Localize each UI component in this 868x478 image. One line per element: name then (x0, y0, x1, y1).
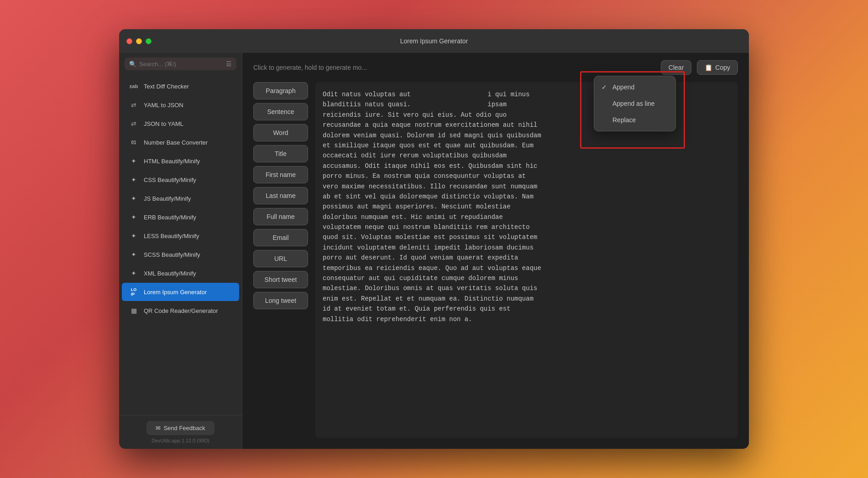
number-base-icon: 01 (128, 137, 139, 148)
type-sentence[interactable]: Sentence (253, 103, 308, 120)
sidebar-item-yaml-json[interactable]: ⇄ YAML to JSON (122, 96, 239, 114)
sidebar-list: ±ab Text Diff Checker ⇄ YAML to JSON ⇄ J… (119, 75, 242, 415)
sidebar-footer: ✉ Send Feedback DevUtils.app 1.12.0 (99D… (119, 415, 242, 449)
sidebar-item-qr-code[interactable]: ▦ QR Code Reader/Generator (122, 301, 239, 320)
sidebar-item-number-base[interactable]: 01 Number Base Converter (122, 133, 239, 151)
dropdown-label: Append as line (612, 100, 655, 107)
clear-button[interactable]: Clear (661, 60, 691, 75)
sidebar-item-less-beautify[interactable]: ✦ LESS Beautify/Minify (122, 227, 239, 245)
email-icon: ✉ (156, 425, 161, 431)
search-wrapper: 🔍 ☰ (125, 57, 236, 70)
type-word[interactable]: Word (253, 124, 308, 141)
html-beautify-icon: ✦ (128, 156, 139, 166)
search-icon: 🔍 (129, 61, 136, 68)
list-icon[interactable]: ☰ (226, 60, 232, 68)
type-paragraph[interactable]: Paragraph (253, 82, 308, 99)
text-diff-icon: ±ab (128, 81, 139, 92)
window-title: Lorem Ipsum Generator (400, 37, 468, 45)
sidebar-label: Lorem Ipsum Generator (144, 289, 207, 296)
sidebar-item-text-diff[interactable]: ±ab Text Diff Checker (122, 77, 239, 95)
dropdown-item-append-line[interactable]: ✓ Append as line (594, 95, 675, 112)
json-yaml-icon: ⇄ (128, 118, 139, 129)
dropdown-item-replace[interactable]: ✓ Replace (594, 112, 675, 128)
sidebar-label: JSON to YAML (144, 120, 183, 127)
type-long-tweet[interactable]: Long tweet (253, 292, 308, 309)
titlebar: Lorem Ipsum Generator (119, 29, 749, 53)
sidebar-item-css-beautify[interactable]: ✦ CSS Beautify/Minify (122, 171, 239, 189)
sidebar-item-xml-beautify[interactable]: ✦ XML Beautify/Minify (122, 264, 239, 282)
check-icon: ✓ (601, 83, 609, 91)
js-beautify-icon: ✦ (128, 193, 139, 204)
version-text: DevUtils.app 1.12.0 (99D) (152, 438, 209, 443)
qr-code-icon: ▦ (128, 305, 139, 316)
type-full-name[interactable]: Full name (253, 208, 308, 225)
dropdown-item-append[interactable]: ✓ Append (594, 79, 675, 95)
type-short-tweet[interactable]: Short tweet (253, 271, 308, 288)
sidebar-label: QR Code Reader/Generator (144, 307, 218, 314)
sidebar-label: CSS Beautify/Minify (144, 177, 196, 183)
sidebar-item-scss-beautify[interactable]: ✦ SCSS Beautify/Minify (122, 245, 239, 264)
scss-beautify-icon: ✦ (128, 249, 139, 260)
content-body: Paragraph Sentence Word Title First name… (242, 82, 749, 449)
search-input[interactable] (139, 61, 220, 68)
sidebar-label: XML Beautify/Minify (144, 270, 196, 277)
lorem-ipsum-icon: LOIP (128, 286, 139, 297)
sidebar-label: Number Base Converter (144, 139, 208, 146)
dropdown-menu: ✓ Append ✓ Append as line ✓ Replace (594, 76, 676, 131)
app-window: Lorem Ipsum Generator 🔍 ☰ ±ab Text Diff … (119, 29, 749, 449)
sidebar: 🔍 ☰ ±ab Text Diff Checker ⇄ YAML to JSON (119, 53, 242, 449)
output-area: Odit natus voluptas aut i qui minus blan… (315, 82, 738, 438)
sidebar-label: LESS Beautify/Minify (144, 233, 199, 239)
sidebar-label: Text Diff Checker (144, 83, 189, 90)
xml-beautify-icon: ✦ (128, 268, 139, 279)
sidebar-item-erb-beautify[interactable]: ✦ ERB Beautify/Minify (122, 208, 239, 226)
maximize-button[interactable] (146, 38, 152, 44)
feedback-label: Send Feedback (163, 425, 205, 431)
type-title[interactable]: Title (253, 145, 308, 162)
type-email[interactable]: Email (253, 229, 308, 246)
copy-icon: 📋 (705, 64, 712, 71)
copy-label: Copy (715, 64, 730, 71)
minimize-button[interactable] (136, 38, 142, 44)
sidebar-label: YAML to JSON (144, 102, 183, 109)
sidebar-label: ERB Beautify/Minify (144, 214, 196, 221)
erb-beautify-icon: ✦ (128, 212, 139, 223)
yaml-json-icon: ⇄ (128, 99, 139, 110)
main-area: 🔍 ☰ ±ab Text Diff Checker ⇄ YAML to JSON (119, 53, 749, 449)
less-beautify-icon: ✦ (128, 230, 139, 241)
feedback-button[interactable]: ✉ Send Feedback (146, 421, 214, 435)
css-beautify-icon: ✦ (128, 174, 139, 185)
content-area: Click to generate, hold to generate mo..… (242, 53, 749, 449)
search-bar: 🔍 ☰ (119, 53, 242, 75)
sidebar-item-json-yaml[interactable]: ⇄ JSON to YAML (122, 114, 239, 133)
sidebar-item-html-beautify[interactable]: ✦ HTML Beautify/Minify (122, 152, 239, 170)
type-url[interactable]: URL (253, 250, 308, 267)
sidebar-item-lorem-ipsum[interactable]: LOIP Lorem Ipsum Generator (122, 283, 239, 301)
sidebar-item-js-beautify[interactable]: ✦ JS Beautify/Minify (122, 189, 239, 208)
generate-hint: Click to generate, hold to generate mo..… (253, 64, 655, 71)
copy-button[interactable]: 📋 Copy (697, 60, 738, 75)
traffic-lights (126, 38, 152, 44)
sidebar-label: SCSS Beautify/Minify (144, 251, 200, 258)
dropdown-label: Append (612, 83, 634, 91)
dropdown-label: Replace (612, 116, 636, 124)
close-button[interactable] (126, 38, 132, 44)
type-first-name[interactable]: First name (253, 166, 308, 183)
type-buttons: Paragraph Sentence Word Title First name… (253, 82, 308, 438)
type-last-name[interactable]: Last name (253, 187, 308, 204)
sidebar-label: JS Beautify/Minify (144, 195, 191, 202)
sidebar-label: HTML Beautify/Minify (144, 158, 200, 165)
